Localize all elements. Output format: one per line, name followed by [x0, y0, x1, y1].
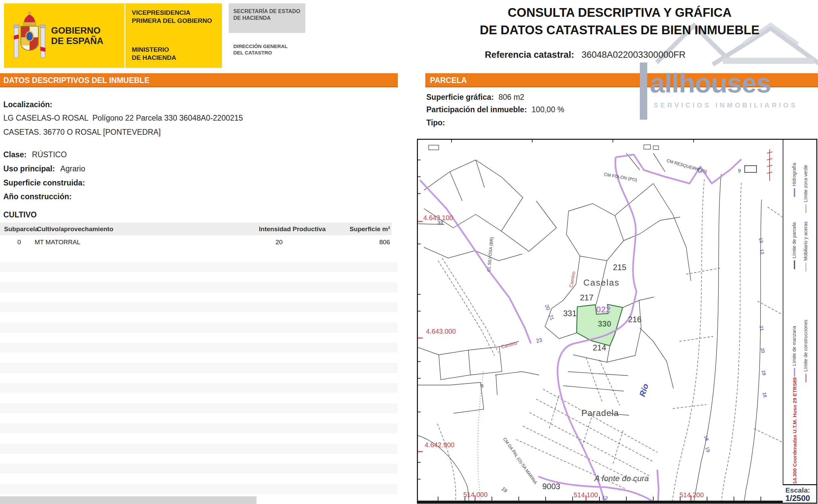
direccion-label: DIRECCIÓN GENERAL DEL CATASTRO: [233, 43, 288, 56]
gobierno-line2: DE ESPAÑA: [51, 36, 104, 46]
legend-swatch: [794, 260, 795, 269]
min-line1: MINISTERIO: [132, 46, 176, 54]
legend-item-l-mite-de-manzana: Límite de manzana: [792, 326, 796, 377]
participacion-value: 100,00 %: [532, 105, 564, 114]
legend-item-l-mite-de-parcela: Límite de parcela: [792, 222, 796, 269]
uso-label: Uso principal:: [3, 164, 55, 173]
localizacion-line1: LG CASELAS-O ROSAL Polígono 22 Parcela 3…: [3, 114, 243, 123]
escala-label: Escala:: [785, 486, 816, 494]
referencia-catastral: Referencia catastral: 36048A022003300000…: [485, 50, 686, 60]
legend-item-l-mite-de-construcciones: Límite de construcciones: [803, 320, 808, 382]
legend-item-mobiliario-y-aceras: Mobiliario y aceras: [803, 221, 808, 271]
map-legend-strip: HidrografíaLímite zona verdeLímite de pa…: [418, 140, 816, 503]
direccion-line1: DIRECCIÓN GENERAL: [233, 43, 288, 49]
anio-construccion-field: Año construcción:: [3, 192, 77, 201]
clase-label: Clase:: [3, 150, 27, 159]
legend-swatch: [805, 374, 807, 382]
utm-coordinates-note: 514.300 Coordenadas U.T.M. Huso 29 ETRS8…: [792, 377, 797, 487]
legend-swatch: [794, 188, 795, 197]
secretaria-line2: DE HACIENDA: [233, 15, 305, 22]
superficie-grafica-value: 806 m2: [499, 93, 524, 102]
logo-vertical-bar: [640, 62, 647, 120]
left-panel-background: [0, 252, 398, 496]
ministerio-label: MINISTERIO DE HACIENDA: [132, 46, 176, 62]
vicepresidencia-label: VICEPRESIDENCIA PRIMERA DEL GOBIERNO: [132, 9, 212, 25]
cell-intensidad: 20: [259, 239, 299, 246]
secretaria-badge: SECRETARÍA DE ESTADO DE HACIENDA: [229, 3, 305, 33]
left-panel-bottom-strip: [0, 496, 257, 504]
anio-construccion-label: Año construcción:: [3, 192, 72, 201]
cell-superficie: 806: [345, 239, 390, 246]
cadastral-map: 4.643.1004.643.0004.642.900514.000514.10…: [417, 139, 817, 504]
participacion-field: Participación del inmueble: 100,00 %: [426, 105, 564, 114]
min-line2: DE HACIENDA: [132, 54, 176, 62]
referencia-value: 36048A022003300000FR: [582, 50, 686, 60]
legend-swatch: [805, 263, 807, 271]
vice-line1: VICEPRESIDENCIA: [132, 9, 212, 17]
doc-title-line2: DE DATOS CATASTRALES DE BIEN INMUEBLE: [467, 22, 772, 39]
uso-value: Agrario: [60, 164, 85, 173]
localizacion-label: Localización:: [3, 100, 52, 109]
vice-line2: PRIMERA DEL GOBIERNO: [132, 17, 212, 25]
localizacion-line2: CASETAS. 36770 O ROSAL [PONTEVEDRA]: [3, 128, 161, 137]
uso-principal-field: Uso principal: Agrario: [3, 164, 85, 173]
direccion-line2: DEL CATASTRO: [233, 49, 288, 56]
clase-value: RÚSTICO: [32, 150, 67, 159]
col-header-superficie: Superficie m²: [345, 225, 390, 233]
tipo-label: Tipo:: [426, 118, 445, 127]
cell-subparcela: 0: [4, 239, 34, 246]
col-header-cultivo: Cultivo/aprovechamiento: [37, 225, 113, 233]
secretaria-line1: SECRETARÍA DE ESTADO: [233, 8, 305, 15]
superficie-construida-label: Superficie construida:: [3, 178, 85, 187]
section-header-parcela: PARCELA: [425, 73, 818, 87]
col-header-intensidad: Intensidad Productiva: [259, 225, 325, 233]
logo-divider: [124, 3, 125, 68]
escala-box: Escala: 1/2500: [783, 484, 816, 503]
cultivo-title: CULTIVO: [3, 210, 37, 219]
legend-swatch: [805, 204, 807, 213]
doc-title-line1: CONSULTA DESCRIPTIVA Y GRÁFICA: [467, 4, 772, 22]
section-header-datos-descriptivos: DATOS DESCRIPTIVOS DEL INMUEBLE: [0, 73, 398, 87]
gobierno-line1: GOBIERNO: [51, 26, 104, 36]
referencia-label: Referencia catastral:: [485, 50, 574, 60]
brand-tagline: SERVICIOS INMOBILIARIOS: [654, 101, 797, 109]
catastro-document: { "header": { "gobierno_line1": "GOBIERN…: [0, 0, 818, 504]
legend-item-l-mite-zona-verde: Límite zona verde: [803, 165, 808, 213]
gobierno-wordmark: GOBIERNO DE ESPAÑA: [51, 26, 104, 46]
superficie-grafica-label: Superficie gráfica:: [426, 93, 494, 102]
clase-field: Clase: RÚSTICO: [3, 150, 67, 159]
legend-swatch: [794, 368, 795, 377]
cell-cultivo: MT MATORRAL: [35, 239, 80, 246]
superficie-construida-field: Superficie construida:: [3, 178, 90, 187]
participacion-label: Participación del inmueble:: [426, 105, 527, 114]
legend-item-hidrograf-a: Hidrografía: [792, 163, 796, 197]
tipo-field: Tipo:: [426, 118, 450, 127]
superficie-grafica-field: Superficie gráfica: 806 m2: [426, 93, 524, 102]
document-title: CONSULTA DESCRIPTIVA Y GRÁFICA DE DATOS …: [467, 4, 772, 39]
logo-base-bar: [723, 58, 814, 64]
spain-coat-of-arms: [13, 10, 46, 64]
government-logo-block: GOBIERNO DE ESPAÑA VICEPRESIDENCIA PRIME…: [4, 3, 222, 68]
escala-value: 1/2500: [785, 494, 816, 503]
col-header-subparcela: Subparcela: [4, 225, 38, 233]
